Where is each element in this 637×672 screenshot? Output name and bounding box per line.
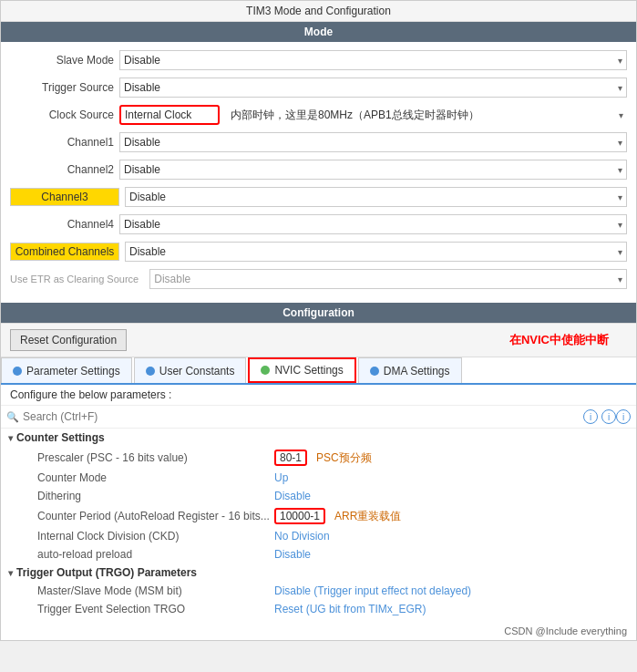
nvic-annotation: 在NVIC中使能中断 (509, 332, 627, 348)
tab-dot-blue (13, 367, 22, 376)
info-icon-right[interactable]: i (616, 409, 631, 424)
dithering-label: Dithering (37, 490, 274, 502)
clock-source-select[interactable]: Internal Clock (119, 105, 220, 125)
tabs-bar: Parameter Settings User Constants NVIC S… (1, 357, 636, 385)
combined-channels-row: Combined Channels Disable ▾ (10, 241, 627, 263)
channel2-row: Channel2 Disable ▾ (10, 159, 627, 181)
title-text: TIM3 Mode and Configuration (246, 5, 391, 17)
reset-bar: Reset Configuration 在NVIC中使能中断 (1, 323, 636, 357)
params-tree: ▾ Counter Settings Prescaler (PSC - 16 b… (1, 429, 636, 618)
auto-reload-value: Disable (274, 548, 311, 561)
trigger-output-section[interactable]: ▾ Trigger Output (TRGO) Parameters (1, 563, 636, 582)
counter-period-label: Counter Period (AutoReload Register - 16… (37, 510, 274, 522)
use-etr-label: Use ETR as Clearing Source (10, 274, 144, 284)
prescaler-value: 80-1 (274, 450, 307, 466)
tab-dma-settings[interactable]: DMA Settings (358, 357, 462, 383)
chevron-down-icon: ▾ (618, 83, 622, 93)
counter-mode-value: Up (274, 471, 288, 484)
info-icon-1[interactable]: i (583, 409, 598, 424)
channel3-row: Channel3 Disable ▾ (10, 186, 627, 208)
channel2-select[interactable]: Disable ▾ (119, 160, 627, 180)
tab-parameter-settings[interactable]: Parameter Settings (1, 357, 132, 383)
config-section-header: Configuration (1, 303, 636, 323)
chevron-down-icon: ▾ (618, 165, 622, 175)
prescaler-row: Prescaler (PSC - 16 bits value) 80-1 PSC… (1, 447, 636, 469)
trigger-source-label: Trigger Source (10, 81, 119, 94)
mode-section-header: Mode (1, 22, 636, 42)
main-container: TIM3 Mode and Configuration Mode Slave M… (0, 0, 637, 641)
search-bar: 🔍 i i i (1, 406, 636, 429)
clock-division-row: Internal Clock Division (CKD) No Divisio… (1, 527, 636, 545)
tab-label: NVIC Settings (274, 364, 343, 377)
search-input[interactable] (23, 410, 580, 423)
clock-source-value: Internal Clock (125, 109, 191, 121)
channel4-label: Channel4 (10, 218, 119, 231)
trigger-event-row: Trigger Event Selection TRGO Reset (UG b… (1, 600, 636, 618)
trigger-source-select[interactable]: Disable ▾ (119, 78, 627, 98)
auto-reload-label: auto-reload preload (37, 548, 274, 561)
channel1-select[interactable]: Disable ▾ (119, 132, 627, 152)
counter-period-annotation: ARR重装载值 (334, 509, 401, 524)
use-etr-select[interactable]: Disable ▾ (149, 269, 627, 289)
tab-user-constants[interactable]: User Constants (134, 357, 247, 383)
chevron-down-icon: ▾ (618, 220, 622, 230)
use-etr-row: Use ETR as Clearing Source Disable ▾ (10, 268, 627, 290)
chevron-down-icon: ▾ (618, 247, 622, 257)
channel4-row: Channel4 Disable ▾ (10, 213, 627, 235)
tab-dot-green (261, 366, 270, 375)
search-icon: 🔍 (6, 411, 19, 423)
dithering-row: Dithering Disable (1, 487, 636, 505)
chevron-down-icon: ▾ (618, 56, 622, 66)
chevron-down-icon: ▾ (618, 138, 622, 148)
trigger-event-value: Reset (UG bit from TIMx_EGR) (274, 603, 426, 615)
configure-label: Configure the below parameters : (1, 385, 636, 406)
auto-reload-row: auto-reload preload Disable (1, 545, 636, 563)
combined-channels-label: Combined Channels (10, 243, 119, 261)
tab-dot-blue (370, 367, 379, 376)
slave-mode-row: Slave Mode Disable ▾ (10, 49, 627, 71)
trigger-source-row: Trigger Source Disable ▾ (10, 77, 627, 98)
channel1-row: Channel1 Disable ▾ (10, 131, 627, 153)
master-slave-mode-row: Master/Slave Mode (MSM bit) Disable (Tri… (1, 582, 636, 600)
collapse-arrow-icon: ▾ (8, 568, 13, 578)
trigger-output-label: Trigger Output (TRGO) Parameters (16, 566, 197, 579)
chevron-down-icon: ▾ (618, 192, 622, 202)
channel3-label: Channel3 (10, 188, 119, 206)
chevron-down-icon: ▾ (618, 274, 622, 284)
counter-settings-section[interactable]: ▾ Counter Settings (1, 429, 636, 447)
clock-annotation: 内部时钟，这里是80MHz（APB1总线定时器时钟） (231, 108, 479, 123)
footer: CSDN @Include everything (1, 618, 636, 640)
counter-mode-label: Counter Mode (37, 471, 274, 484)
collapse-arrow-icon: ▾ (8, 433, 13, 443)
counter-settings-label: Counter Settings (16, 431, 105, 444)
title-bar: TIM3 Mode and Configuration (1, 1, 636, 22)
counter-mode-row: Counter Mode Up (1, 469, 636, 487)
master-slave-mode-label: Master/Slave Mode (MSM bit) (37, 584, 274, 597)
counter-period-row: Counter Period (AutoReload Register - 16… (1, 505, 636, 527)
clock-source-row: Clock Source Internal Clock 内部时钟，这里是80MH… (10, 104, 627, 126)
slave-mode-select[interactable]: Disable ▾ (119, 50, 627, 70)
reset-button[interactable]: Reset Configuration (10, 329, 127, 351)
tab-label: User Constants (159, 365, 235, 377)
combined-channels-select[interactable]: Disable ▾ (125, 242, 627, 262)
dithering-value: Disable (274, 490, 311, 502)
channel2-label: Channel2 (10, 163, 119, 176)
tab-label: DMA Settings (384, 365, 450, 377)
prescaler-annotation: PSC预分频 (316, 450, 372, 466)
tab-nvic-settings[interactable]: NVIC Settings (248, 357, 355, 383)
chevron-down-icon: ▾ (619, 110, 623, 120)
clock-division-label: Internal Clock Division (CKD) (37, 530, 274, 543)
clock-source-label: Clock Source (10, 109, 119, 121)
prescaler-label: Prescaler (PSC - 16 bits value) (37, 451, 274, 464)
tab-dot-blue (146, 367, 155, 376)
tab-label: Parameter Settings (26, 365, 120, 377)
channel4-select[interactable]: Disable ▾ (119, 214, 627, 234)
channel1-label: Channel1 (10, 136, 119, 149)
clock-division-value: No Division (274, 530, 330, 543)
slave-mode-label: Slave Mode (10, 54, 119, 67)
trigger-event-label: Trigger Event Selection TRGO (37, 603, 274, 615)
mode-section: Slave Mode Disable ▾ Trigger Source Disa… (1, 42, 636, 303)
info-icon-2[interactable]: i (601, 409, 616, 424)
counter-period-value: 10000-1 (274, 508, 325, 524)
channel3-select[interactable]: Disable ▾ (125, 187, 627, 207)
